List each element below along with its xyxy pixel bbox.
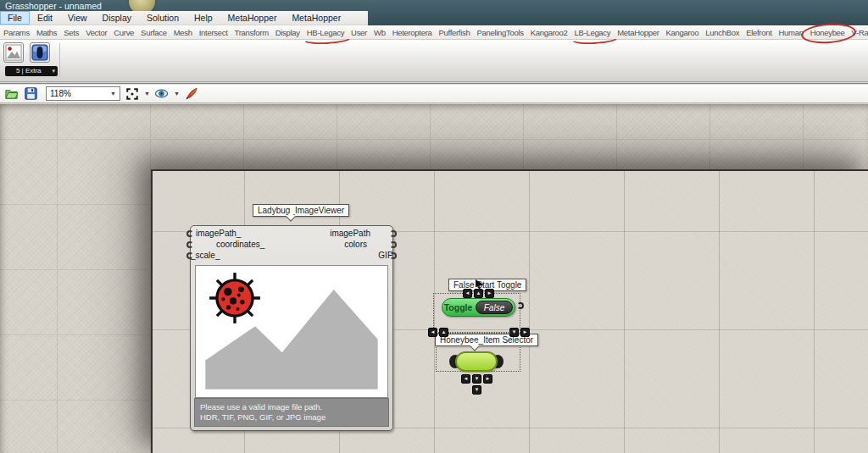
plugin-tab[interactable]: Display	[272, 26, 303, 39]
plugin-tab[interactable]: Transform	[231, 26, 272, 39]
plugin-tab[interactable]: Kangaroo	[663, 26, 703, 39]
move-right-handle-icon[interactable]	[520, 328, 530, 337]
canvas-backdrop[interactable]: Ladybug_ImageViewer imagePath_ coordinat…	[0, 104, 868, 453]
image-viewer-nametag: Ladybug_ImageViewer	[253, 204, 349, 217]
plugin-tab[interactable]: Honeybee	[807, 26, 849, 39]
image-viewer-component[interactable]: imagePath_ coordinates_ _scale_ imagePat…	[190, 225, 393, 431]
move-left-handle-icon[interactable]	[428, 328, 437, 337]
output-port[interactable]	[390, 241, 397, 248]
move-left-handle-icon[interactable]	[461, 374, 470, 384]
menu-bar: FileEditViewDisplaySolutionHelpMetaHoppe…	[0, 11, 368, 25]
menu-item[interactable]: Display	[95, 11, 139, 25]
runtime-message-line1: Please use a valid image file path.	[200, 402, 383, 412]
image-viewer-component-button[interactable]	[3, 42, 24, 63]
ladybug-logo-icon	[206, 269, 264, 327]
move-down-handle-icon[interactable]	[472, 385, 481, 395]
plugin-tab[interactable]: Wb	[370, 26, 389, 39]
plugin-tab[interactable]: Params	[0, 26, 33, 39]
plugin-tab[interactable]: User	[348, 26, 370, 39]
menu-item[interactable]: Solution	[139, 11, 186, 25]
plugin-tab-bar: ParamsMathsSetsVectorCurveSurfaceMeshInt…	[0, 25, 868, 40]
plugin-tab[interactable]: Sets	[60, 26, 82, 39]
honeybee-component-button[interactable]	[30, 42, 50, 63]
zoom-level-value: 118%	[50, 89, 110, 98]
plugin-tab[interactable]: Curve	[110, 26, 137, 39]
input-port[interactable]	[186, 241, 193, 248]
toggle-label: Toggle	[442, 299, 474, 316]
canvas-viewport[interactable]: Ladybug_ImageViewer imagePath_ coordinat…	[151, 169, 868, 453]
plugin-tab[interactable]: V-Ray	[849, 26, 868, 39]
toggle-value[interactable]: False	[476, 301, 513, 314]
menu-item[interactable]: File	[0, 11, 30, 25]
input-port[interactable]	[186, 230, 193, 237]
input-params: imagePath_ coordinates_ _scale_	[191, 229, 292, 264]
plugin-tab[interactable]: LunchBox	[702, 26, 743, 39]
menu-item[interactable]: Help	[186, 11, 220, 25]
plugin-tab[interactable]: HB-Legacy	[303, 26, 348, 39]
menu-item[interactable]: MetaHopper	[284, 11, 348, 25]
open-file-button[interactable]	[3, 86, 19, 102]
input-row: _scale_	[191, 251, 292, 262]
plugin-tab[interactable]: Surface	[137, 26, 170, 39]
selector-capsule[interactable]	[455, 351, 498, 372]
chevron-down-icon: ▾	[52, 66, 55, 76]
canvas-toolbar: 118% ▼ ▼ ▼	[0, 83, 868, 103]
plugin-tab[interactable]: Mesh	[170, 26, 196, 39]
move-left-handle-icon[interactable]	[463, 289, 472, 298]
chevron-down-icon[interactable]: ▼	[174, 91, 180, 97]
move-right-handle-icon[interactable]	[483, 374, 492, 384]
plugin-tab[interactable]: Kangaroo2	[527, 26, 571, 39]
move-down-handle-icon[interactable]	[509, 328, 519, 337]
output-port[interactable]	[390, 230, 397, 237]
toggle-output-port[interactable]	[517, 302, 524, 309]
ribbon-group: ▾5 | Extra	[3, 42, 53, 63]
move-right-handle-icon[interactable]	[485, 289, 494, 298]
grasshopper-window: Grasshopper - unnamed FileEditViewDispla…	[0, 0, 868, 453]
output-params: imagePath colors GIF	[292, 229, 392, 264]
menu-item[interactable]: MetaHopper	[220, 11, 285, 25]
plugin-tab[interactable]: Heteroptera	[389, 26, 436, 39]
output-row: imagePath	[292, 229, 392, 240]
plugin-tab[interactable]: Pufferfish	[436, 26, 474, 39]
menu-item[interactable]: View	[60, 11, 95, 25]
output-port[interactable]	[390, 252, 397, 259]
chevron-down-icon: ▼	[110, 91, 116, 97]
output-row: colors	[292, 240, 392, 251]
ribbon-divider	[59, 43, 60, 77]
input-port[interactable]	[186, 252, 193, 259]
runtime-message-line2: HDR, TIF, PNG, GIF, or JPG image	[200, 412, 383, 423]
move-up-handle-icon[interactable]	[439, 328, 448, 337]
boolean-toggle-component[interactable]: Toggle False	[442, 298, 515, 317]
preview-eye-button[interactable]	[154, 86, 170, 102]
move-up-handle-icon[interactable]	[474, 289, 483, 298]
window-title: Grasshopper - unnamed	[5, 0, 102, 12]
plugin-tab[interactable]: Elefront	[743, 26, 775, 39]
plugin-tab[interactable]: PanelingTools	[473, 26, 526, 39]
plugin-tab[interactable]: LB-Legacy	[571, 26, 615, 39]
component-ribbon: ▾5 | Extra	[0, 40, 868, 82]
input-row: coordinates_	[191, 240, 292, 251]
runtime-message: Please use a valid image file path. HDR,…	[194, 398, 389, 427]
zoom-extents-button[interactable]	[125, 86, 140, 102]
plugin-tab[interactable]: Intersect	[196, 26, 231, 39]
image-preview-area	[195, 265, 388, 398]
plugin-tab[interactable]: Maths	[33, 26, 60, 39]
sketch-pen-button[interactable]	[184, 86, 199, 102]
input-row: imagePath_	[191, 229, 292, 240]
ribbon-group-label[interactable]: ▾5 | Extra	[5, 66, 58, 76]
move-down-handle-icon[interactable]	[472, 374, 481, 384]
zoom-level-select[interactable]: 118% ▼	[46, 86, 120, 101]
plugin-tab[interactable]: Vector	[82, 26, 110, 39]
plugin-tab[interactable]: MetaHopper	[614, 26, 662, 39]
output-row: GIF	[292, 251, 392, 262]
save-button[interactable]	[23, 86, 38, 102]
chevron-down-icon[interactable]: ▼	[144, 91, 150, 97]
item-selector-component[interactable]	[455, 351, 498, 372]
menu-item[interactable]: Edit	[30, 11, 60, 25]
